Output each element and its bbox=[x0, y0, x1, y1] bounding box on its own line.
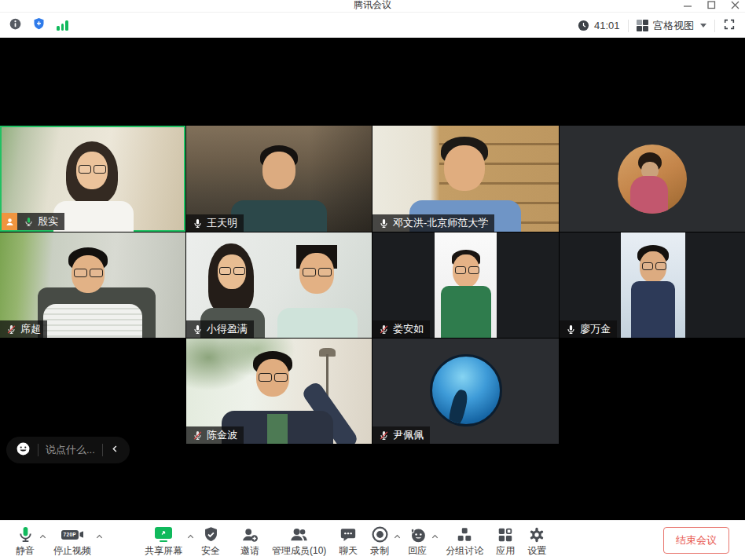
participant-nameplate: 邓文洪-北京师范大学 bbox=[372, 214, 494, 232]
participant-nameplate: 娄安如 bbox=[372, 320, 430, 338]
video-tile[interactable]: 邓文洪-北京师范大学 bbox=[372, 126, 559, 232]
meeting-topbar: 41:01 宫格视图 bbox=[0, 13, 745, 38]
video-stage: 殷实 王天明 邓文洪-北京师范大学 bbox=[0, 38, 745, 520]
divider bbox=[714, 20, 715, 32]
shield-check-icon bbox=[203, 526, 219, 544]
mic-on-icon bbox=[566, 324, 576, 335]
settings-button[interactable]: 设置 bbox=[527, 526, 546, 555]
participant-name: 尹佩佩 bbox=[393, 428, 424, 442]
mic-icon bbox=[17, 526, 35, 544]
mute-button[interactable]: 静音 bbox=[16, 526, 35, 555]
invite-button[interactable]: 邀请 bbox=[240, 526, 259, 555]
security-button[interactable]: 安全 bbox=[201, 526, 220, 555]
avatar bbox=[430, 354, 502, 426]
view-mode-label: 宫格视图 bbox=[653, 19, 694, 33]
window-title: 腾讯会议 bbox=[0, 0, 745, 12]
mic-muted-icon bbox=[379, 430, 389, 441]
share-menu-chevron[interactable] bbox=[186, 530, 195, 544]
participant-nameplate: 席超 bbox=[0, 320, 47, 338]
window-titlebar: 腾讯会议 bbox=[0, 0, 745, 13]
participant-nameplate: 王天明 bbox=[186, 214, 244, 232]
participant-name: 小得盈满 bbox=[207, 322, 248, 336]
timer-value: 41:01 bbox=[594, 20, 620, 31]
end-meeting-button[interactable]: 结束会议 bbox=[663, 527, 729, 554]
members-icon bbox=[290, 526, 308, 544]
chat-button[interactable]: 聊天 bbox=[339, 526, 358, 555]
clock-icon bbox=[578, 20, 589, 31]
video-tile[interactable]: 小得盈满 bbox=[186, 232, 372, 338]
maximize-icon[interactable] bbox=[706, 0, 717, 10]
share-screen-button[interactable]: 共享屏幕 bbox=[145, 526, 182, 555]
settings-gear-icon bbox=[528, 526, 545, 544]
divider bbox=[628, 20, 629, 32]
video-grid: 殷实 王天明 邓文洪-北京师范大学 bbox=[0, 126, 745, 444]
meeting-toolbar: 静音 720P 停止视频 共享屏幕 安全 bbox=[0, 520, 745, 560]
mic-on-icon bbox=[193, 324, 203, 335]
video-tile[interactable]: 殷实 bbox=[0, 126, 185, 232]
record-menu-chevron[interactable] bbox=[393, 530, 402, 544]
mic-muted-icon bbox=[6, 324, 17, 335]
close-icon[interactable] bbox=[729, 0, 740, 10]
record-button[interactable]: 录制 bbox=[370, 526, 389, 555]
chevron-down-icon bbox=[700, 24, 706, 27]
chat-input[interactable]: 说点什么... bbox=[46, 443, 95, 457]
reaction-icon bbox=[409, 526, 427, 544]
mic-speaking-icon bbox=[24, 217, 34, 227]
info-icon[interactable] bbox=[9, 18, 21, 33]
invite-icon bbox=[241, 526, 259, 544]
video-tile[interactable]: 娄安如 bbox=[372, 232, 559, 338]
participant-name: 王天明 bbox=[207, 216, 237, 230]
chat-quick-bar[interactable]: 说点什么... bbox=[6, 437, 130, 463]
participant-nameplate: 殷实 bbox=[17, 213, 64, 230]
mic-muted-icon bbox=[379, 324, 389, 335]
chevron-left-icon[interactable] bbox=[110, 443, 120, 457]
participant-nameplate: 陈金波 bbox=[186, 426, 244, 444]
emoji-icon[interactable] bbox=[16, 441, 31, 459]
breakout-icon bbox=[456, 526, 473, 544]
video-menu-chevron[interactable] bbox=[95, 530, 104, 544]
shield-plus-icon[interactable] bbox=[32, 17, 46, 34]
mute-menu-chevron[interactable] bbox=[39, 530, 47, 544]
share-screen-icon bbox=[155, 526, 172, 544]
video-tile[interactable] bbox=[560, 126, 745, 232]
video-tile[interactable]: 席超 bbox=[0, 232, 185, 338]
chat-icon bbox=[339, 526, 357, 544]
breakout-rooms-button[interactable]: 分组讨论 bbox=[446, 526, 483, 555]
participant-nameplate: 尹佩佩 bbox=[372, 426, 430, 444]
mic-on-icon bbox=[193, 218, 203, 229]
network-signal-icon[interactable] bbox=[57, 20, 68, 31]
apps-button[interactable]: 应用 bbox=[496, 526, 515, 555]
participant-name: 殷实 bbox=[38, 214, 58, 229]
manage-members-button[interactable]: 管理成员(10) bbox=[272, 526, 326, 555]
divider bbox=[102, 444, 103, 456]
divider bbox=[38, 444, 39, 456]
participant-name: 邓文洪-北京师范大学 bbox=[393, 216, 488, 230]
fullscreen-icon[interactable] bbox=[723, 18, 736, 33]
camera-icon: 720P bbox=[61, 526, 84, 544]
mic-on-icon bbox=[379, 218, 389, 229]
participant-name: 娄安如 bbox=[393, 322, 424, 336]
grid-view-icon bbox=[637, 20, 649, 32]
participant-name: 廖万金 bbox=[580, 322, 611, 336]
meeting-timer: 41:01 bbox=[578, 20, 620, 31]
stop-video-button[interactable]: 720P 停止视频 bbox=[53, 526, 91, 555]
minimize-icon[interactable] bbox=[682, 0, 693, 10]
participant-name: 陈金波 bbox=[207, 428, 237, 442]
participant-name: 席超 bbox=[20, 322, 41, 336]
record-icon bbox=[371, 526, 389, 544]
video-tile[interactable]: 廖万金 bbox=[560, 232, 745, 338]
video-tile[interactable]: 陈金波 bbox=[186, 339, 372, 444]
host-badge-icon bbox=[2, 213, 17, 230]
avatar bbox=[618, 145, 687, 214]
view-mode-selector[interactable]: 宫格视图 bbox=[637, 19, 707, 33]
participant-nameplate: 廖万金 bbox=[560, 320, 617, 338]
reaction-menu-chevron[interactable] bbox=[431, 530, 439, 544]
video-tile[interactable]: 王天明 bbox=[186, 126, 372, 232]
reaction-button[interactable]: 回应 bbox=[408, 526, 427, 555]
apps-icon bbox=[497, 526, 514, 544]
participant-nameplate: 小得盈满 bbox=[186, 320, 254, 338]
video-tile[interactable]: 尹佩佩 bbox=[372, 339, 559, 444]
mic-muted-icon bbox=[193, 430, 203, 441]
